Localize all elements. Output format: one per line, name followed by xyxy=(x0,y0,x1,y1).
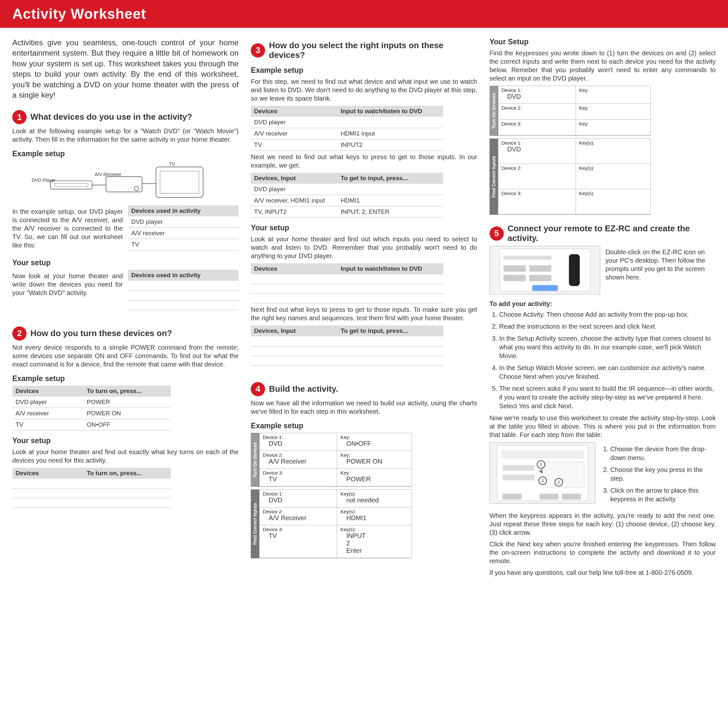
s2-ys-p: Look at your home theater and find out e… xyxy=(12,448,238,465)
s5-p2: Now we're ready to use this worksheet to… xyxy=(490,414,716,439)
s3-ys-t2r3d[interactable] xyxy=(251,356,337,366)
s1-ys-table[interactable]: Devices used in activity xyxy=(128,270,239,310)
s2-ys-r1d[interactable] xyxy=(12,479,83,488)
diag-dvd-label: DVD Player xyxy=(32,178,55,183)
s3-ys-t1r3i[interactable] xyxy=(337,294,443,304)
s4in-r3v1: TV xyxy=(263,532,334,540)
ys4in-r3l1: Device 3: xyxy=(502,190,572,196)
diag-tv-label: TV xyxy=(169,161,175,167)
ys4-in-table[interactable]: Device 1:DVDKey(s): Device 2:Key(s): Dev… xyxy=(498,139,651,215)
s2-ys-r1k[interactable] xyxy=(83,479,170,488)
s3-ys-t2r2k[interactable] xyxy=(337,346,443,356)
s2-ys-table[interactable]: DevicesTo turn on, press... xyxy=(12,468,171,508)
ys4in-r3l2: Key(s): xyxy=(579,190,647,196)
s3-ys-t1r2d[interactable] xyxy=(251,284,337,294)
s1-ys-r2[interactable] xyxy=(128,291,239,300)
ys4in-r1l1: Device 1: xyxy=(502,140,572,146)
s5-add-h: To add your activity: xyxy=(490,300,716,308)
svg-rect-12 xyxy=(504,275,526,282)
s2-th1: Devices xyxy=(12,386,83,397)
setup-diagram: DVD Player A/V Receiver TV xyxy=(12,161,238,200)
s4on-r2v1: A/V Receiver xyxy=(263,458,334,465)
s3-ys-t1[interactable]: DevicesInput to watch/listen to DVD xyxy=(251,263,443,304)
s5-p4: Click the Next key when you're finished … xyxy=(490,540,716,565)
s2-ys-r2k[interactable] xyxy=(83,488,170,498)
s5-ol1-1: Choose Activity. Then choose Add an acti… xyxy=(499,310,716,319)
s3-ys-t1r1i[interactable] xyxy=(337,274,443,284)
s4in-r2l1: Device 2: xyxy=(263,509,334,514)
s4on-r1l2: Key: xyxy=(340,434,408,440)
s2-r1k: POWER xyxy=(83,397,170,408)
s4on-r3l1: Device 3: xyxy=(263,470,334,475)
step-1-title: What devices do you use in the activity? xyxy=(30,112,192,122)
svg-point-4 xyxy=(134,186,139,191)
step-5-title: Connect your remote to EZ-RC and create … xyxy=(508,224,716,243)
s4-on-table: Device 1:DVDKey:ON•OFF Device 2:A/V Rece… xyxy=(259,433,412,487)
s4on-r1v2: ON•OFF xyxy=(340,440,408,447)
s3-t1r1i xyxy=(337,117,443,128)
svg-rect-6 xyxy=(156,167,203,197)
s3-ys-t2[interactable]: Devices, InputTo get to input, press... xyxy=(251,325,443,366)
s3-ys-h: Your setup xyxy=(251,224,477,232)
s3-p1: For this step, we need to find out what … xyxy=(251,77,477,103)
ys4on-r1l1: Device 1: xyxy=(502,87,572,93)
svg-rect-7 xyxy=(160,171,199,193)
s3-t2r2k: HDMI1 xyxy=(337,195,443,206)
s3-ys-t2r3k[interactable] xyxy=(337,356,443,366)
s2-r2d: A/V receiver xyxy=(12,407,83,419)
s2-ys-r2d[interactable] xyxy=(12,488,83,498)
s3-t2r2d: A/V receiver, HDMI1 input xyxy=(251,195,337,206)
s2-ys-th2: To turn on, press... xyxy=(83,468,170,479)
col-2: 3 How do you select the right inputs on … xyxy=(251,37,477,580)
s3-ys-t1r3d[interactable] xyxy=(251,294,337,304)
s3-ys-t1r2i[interactable] xyxy=(337,284,443,294)
s4on-r3l2: Key: xyxy=(340,470,408,475)
s1-ys-th: Devices used in activity xyxy=(128,270,239,281)
s3-t1r3i: INPUT2 xyxy=(337,139,443,150)
s1-ex-r2: A/V receiver xyxy=(128,228,239,239)
s2-r2k: POWER ON xyxy=(83,407,170,419)
s2-ys-h: Your setup xyxy=(12,437,238,445)
s4in-r2v1: A/V Receiver xyxy=(263,514,334,522)
s5-p3: When the keypress appears in the activit… xyxy=(490,512,716,537)
s1-ys-r3[interactable] xyxy=(128,300,239,310)
diag-rec-label: A/V Receiver xyxy=(95,172,121,177)
callout-1-circle: 1 xyxy=(537,460,545,469)
step-5-circle: 5 xyxy=(490,226,504,240)
ys4on-r3l2: Key: xyxy=(579,121,647,127)
s1-ys-r1[interactable] xyxy=(128,281,239,291)
ys4in-r1v1[interactable]: DVD xyxy=(502,146,572,153)
s3-ys-t2r2d[interactable] xyxy=(251,346,337,356)
s3-ys-t2r1d[interactable] xyxy=(251,336,337,346)
s4-build-wrap: Turn On Devices Device 1:DVDKey:ON•OFF D… xyxy=(251,433,477,558)
s3-t1h1: Devices xyxy=(251,106,337,117)
ys4on-r2l2: Key: xyxy=(579,105,647,111)
svg-rect-11 xyxy=(529,265,551,272)
s3-ys-t1h1: Devices xyxy=(251,263,337,274)
ys4-on-table[interactable]: Device 1:DVDKey: Device 2:Key: Device 3:… xyxy=(498,86,651,136)
svg-rect-1 xyxy=(55,184,88,187)
s3-ys-p2: Next find out what keys to press to get … xyxy=(251,305,477,322)
callout-2-circle: 2 xyxy=(555,478,563,487)
s2-p1: Not every device responds to a simple PO… xyxy=(12,343,238,369)
s4on-r2l2: Key: xyxy=(340,452,408,458)
step-3-circle: 3 xyxy=(251,43,265,58)
s1-ex-p: In the example setup, our DVD player is … xyxy=(12,207,123,249)
s5-shot-p: Double-click on the EZ-RC icon on your P… xyxy=(605,248,716,282)
s4in-r2l2: Key(s): xyxy=(340,509,408,514)
s3-t2r3d: TV, INPUT2 xyxy=(251,206,337,217)
s2-ys-r3k[interactable] xyxy=(83,498,170,508)
ys4on-r1v1[interactable]: DVD xyxy=(502,93,572,100)
s5-ol1-3: In the Setup Activity screen, choose the… xyxy=(499,334,716,360)
s4in-r3v2: INPUT 2 Enter xyxy=(340,532,408,555)
step-3-title: How do you select the right inputs on th… xyxy=(269,41,477,60)
s3-t1: DevicesInput to watch/listen to DVD DVD … xyxy=(251,106,443,151)
s3-ys-p1: Look at your home theater and find out w… xyxy=(251,235,477,260)
s3-ys-t1r1d[interactable] xyxy=(251,274,337,284)
s2-ys-r3d[interactable] xyxy=(12,498,83,508)
section-4-head: 4 Build the activity. xyxy=(251,382,477,396)
svg-rect-23 xyxy=(539,494,558,499)
s3-ys-t2r1k[interactable] xyxy=(337,336,443,346)
step-1-circle: 1 xyxy=(12,110,27,124)
s4in-r1v1: DVD xyxy=(263,497,334,504)
